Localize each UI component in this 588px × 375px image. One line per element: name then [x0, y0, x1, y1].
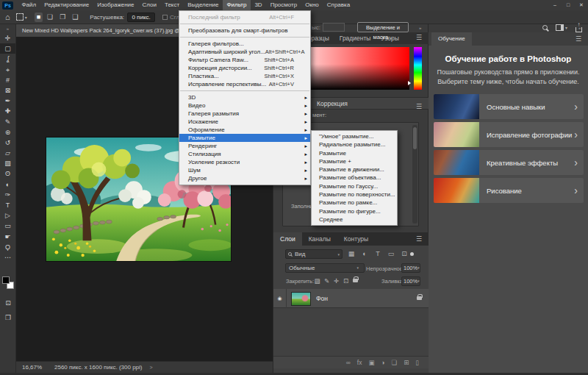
menubar-item[interactable]: Изображение [93, 0, 138, 10]
lock-pixels-icon[interactable]: ✎ [322, 276, 331, 286]
edit-toolbar[interactable]: ⋯ [0, 252, 15, 262]
layer-effects-icon[interactable]: fx [357, 359, 362, 366]
filter-menu-item[interactable]: Шум ▸ [179, 166, 310, 174]
adjustments-panel-menu-icon[interactable]: ☰ [416, 101, 422, 113]
blur-submenu-item[interactable]: Размытие по Гауссу... [312, 182, 397, 190]
filter-menu-item[interactable]: Пластика... Shift+Ctrl+X [179, 72, 310, 80]
filter-menu-item[interactable]: Рендеринг ▸ [179, 142, 310, 150]
zoom-level-input[interactable]: 16,67% [22, 364, 49, 371]
height-input[interactable] [323, 23, 345, 32]
filter-menu-item[interactable]: Искажение ▸ [179, 118, 310, 126]
blur-tool[interactable]: ʘ [0, 168, 15, 179]
adjustment-layer-icon[interactable]: ◑ [381, 359, 384, 366]
filter-shape-icon[interactable]: ▭ [384, 249, 398, 259]
menubar-item[interactable]: Слои [138, 0, 160, 10]
learn-panel-tab[interactable]: Обучение [431, 32, 472, 46]
blur-submenu-item[interactable]: Размытие + [312, 157, 397, 165]
filter-pixel-icon[interactable]: ▦ [345, 249, 358, 259]
learn-card[interactable]: Креативные эффекты › [434, 150, 584, 175]
filter-type-icon[interactable]: T [371, 249, 384, 259]
workspace-arrow-icon[interactable]: ▾ [565, 25, 567, 30]
filter-menu-item[interactable]: 3D ▸ [179, 93, 310, 101]
home-icon[interactable]: ⌂ [5, 12, 10, 21]
layer-group-icon[interactable]: ❏ [392, 359, 398, 366]
filter-menu-item[interactable]: Исправление перспективы... Alt+Ctrl+V [179, 80, 310, 88]
gradient-tool[interactable]: ▧ [0, 158, 15, 168]
hue-slider-pointer-icon[interactable] [408, 81, 411, 85]
opacity-input[interactable]: 100% ▾ [401, 263, 420, 273]
filter-menu-item[interactable]: Фильтр Camera Raw... Shift+Ctrl+A [179, 56, 310, 64]
link-layers-icon[interactable]: ∞ [346, 359, 351, 366]
filter-adjustment-icon[interactable]: ◐ [358, 249, 371, 259]
layer-row[interactable]: ◉ Фон [273, 289, 429, 308]
blur-submenu-item[interactable]: Размытие объектива... [312, 174, 397, 182]
blend-mode-select[interactable]: Обычные ▾ [285, 263, 365, 273]
fill-input[interactable]: 100% ▾ [401, 276, 420, 286]
filter-menu-item[interactable]: Преобразовать для смарт-фильтров [179, 26, 310, 35]
menubar-item[interactable]: Окно [301, 0, 323, 10]
blur-submenu-item[interactable]: Размытие в движении... [312, 165, 397, 174]
filter-menu-item[interactable]: Усиление резкости ▸ [179, 158, 310, 166]
menubar-item[interactable]: 3D [251, 0, 266, 10]
screen-mode-button[interactable]: ❐ [0, 312, 16, 323]
filter-menu-item[interactable]: Галерея фильтров... [179, 40, 310, 48]
zoom-tool[interactable]: Ϙ [0, 242, 15, 252]
menubar-item[interactable]: Текст [160, 0, 183, 10]
filter-menu-item[interactable]: Оформление ▸ [179, 126, 310, 134]
filter-menu-item[interactable]: Галерея размытия ▸ [179, 110, 310, 118]
filter-menu-item[interactable]: Коррекция дисторсии... Shift+Ctrl+R [179, 64, 310, 72]
layer-mask-icon[interactable]: ▣ [368, 359, 374, 366]
scrollbar-thumb[interactable] [413, 127, 417, 149]
lock-all-icon[interactable] [353, 279, 358, 282]
blur-submenu-item[interactable]: Радиальное размытие... [312, 140, 397, 149]
learn-card[interactable]: Основные навыки › [434, 94, 584, 119]
color-panel-menu-icon[interactable]: ☰ [416, 34, 422, 41]
filter-menu-item[interactable]: Размытие ▸ [179, 134, 310, 142]
marquee-tool[interactable]: ▢ [0, 43, 15, 54]
quick-mask-button[interactable]: ⊡ [0, 298, 16, 308]
tool-preset-arrow-icon[interactable]: ▾ [25, 15, 27, 20]
clone-stamp-tool[interactable]: ⊛ [0, 127, 15, 138]
filter-menu-item[interactable]: Другое ▸ [179, 174, 310, 182]
menubar-item[interactable]: Выделение [184, 0, 223, 10]
blur-submenu-item[interactable]: Размытие по рамке... [312, 199, 397, 207]
brush-tool[interactable]: ✎ [0, 117, 15, 127]
foreground-color-swatch[interactable] [2, 276, 10, 284]
learn-panel-menu-icon[interactable]: ☰ [576, 35, 581, 43]
lock-artboard-icon[interactable]: ⊡ [341, 276, 351, 286]
history-brush-tool[interactable]: ↺ [0, 138, 15, 148]
pen-tool[interactable]: ✑ [0, 190, 15, 200]
hand-tool[interactable]: ☛ [0, 232, 15, 242]
filter-menu-item[interactable]: Видео ▸ [179, 101, 310, 110]
maximize-button[interactable]: □ [562, 0, 575, 10]
healing-brush-tool[interactable]: ✚ [0, 106, 15, 116]
layers-panel-menu-icon[interactable]: ☰ [416, 235, 422, 243]
search-icon[interactable] [542, 25, 548, 30]
color-panel-tab[interactable]: Градиенты [334, 32, 376, 44]
learn-card[interactable]: Рисование › [434, 178, 584, 203]
status-chevron-icon[interactable]: > [150, 365, 153, 370]
learn-card[interactable]: Исправление фотографии › [434, 122, 584, 147]
share-icon[interactable] [576, 27, 582, 32]
crop-tool[interactable]: # [0, 75, 15, 85]
layers-panel-tab[interactable]: Слои [273, 232, 302, 246]
filter-menu-item[interactable]: Адаптивный широкий угол... Alt+Shift+Ctr… [179, 48, 310, 56]
layers-panel-tab[interactable]: Каналы [302, 232, 337, 246]
minimize-button[interactable]: – [548, 0, 562, 10]
blur-submenu-item[interactable]: "Умное" размытие... [312, 132, 397, 140]
document-tab[interactable]: New Mixed HD Wallpapers Pack 264_igoryk_… [16, 24, 193, 37]
new-layer-icon[interactable]: ⊞ [404, 359, 409, 366]
marquee-tool-icon[interactable] [16, 13, 24, 21]
blur-submenu-item[interactable]: Размытие по фигуре... [312, 207, 397, 215]
lock-transparency-icon[interactable]: ▨ [312, 276, 322, 286]
menubar-item[interactable]: Справка [323, 0, 354, 10]
layer-visibility-icon[interactable]: ◉ [273, 289, 287, 308]
filter-menu-item[interactable]: Стилизация ▸ [179, 150, 310, 158]
filter-smart-object-icon[interactable]: ⊡ [398, 249, 411, 259]
dodge-tool[interactable]: ◐ [0, 179, 15, 190]
path-selection-tool[interactable]: ▷ [0, 210, 15, 221]
select-and-mask-button[interactable]: Выделение и маска... [357, 22, 409, 32]
eyedropper-tool[interactable]: ✒ [0, 96, 15, 106]
menubar-item[interactable]: Редактирование [40, 0, 93, 10]
menubar-item[interactable]: Просмотр [266, 0, 301, 10]
